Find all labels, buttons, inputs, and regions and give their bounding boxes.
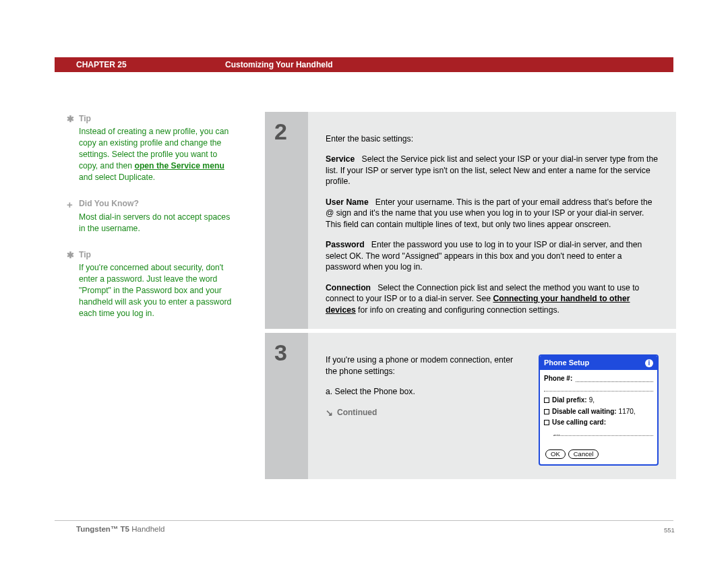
chapter-header: CHAPTER 25 Customizing Your Handheld	[55, 57, 673, 72]
username-para: User Name Enter your username. This is t…	[326, 197, 659, 230]
step-3-number: 3	[274, 340, 308, 366]
step-3-text: If you're using a phone or modem connect…	[326, 354, 526, 466]
phone-setup-title: Phone Setup	[544, 358, 589, 368]
phone-setup-buttons: OK Cancel	[545, 449, 653, 459]
tip-block-2: ✱ Tip If you're concerned about security…	[79, 249, 238, 319]
phone-number-row: Phone #:	[544, 374, 653, 383]
calling-card-input[interactable]: ....	[553, 429, 653, 436]
service-text: Select the Service pick list and select …	[326, 154, 658, 186]
calling-card-checkbox[interactable]	[544, 420, 549, 425]
dial-prefix-checkbox[interactable]	[544, 398, 549, 403]
disable-cw-row: Disable call waiting: 1170,	[544, 407, 653, 416]
dyk-label: Did You Know?	[79, 198, 238, 210]
dial-prefix-row: Dial prefix: 9,	[544, 396, 653, 405]
disable-cw-value: 1170,	[619, 407, 636, 416]
continued-arrow-icon: ↘	[326, 407, 333, 419]
footer-product: Tungsten™ T5 Handheld	[76, 525, 164, 533]
password-text: Enter the password you use to log in to …	[326, 240, 642, 272]
username-text: Enter your username. This is the part of…	[326, 197, 652, 229]
calling-card-label: Use calling card:	[552, 418, 606, 427]
service-label: Service	[326, 154, 355, 164]
phone-setup-titlebar: Phone Setup i	[540, 356, 657, 370]
asterisk-icon: ✱	[67, 113, 74, 125]
step-2-content: Enter the basic settings: Service Select…	[308, 112, 676, 329]
tip-label: Tip	[79, 113, 238, 125]
continued-text: Continued	[337, 407, 377, 418]
disable-cw-checkbox[interactable]	[544, 409, 549, 414]
connection-para: Connection Select the Connection pick li…	[326, 282, 659, 315]
sidebar-tips: ✱ Tip Instead of creating a new profile,…	[79, 113, 238, 334]
password-label: Password	[326, 240, 365, 249]
step-3-content: If you're using a phone or modem connect…	[308, 333, 676, 479]
tip-body-1: Instead of creating a new profile, you c…	[79, 127, 229, 182]
plus-icon: +	[67, 197, 73, 212]
chapter-title: Customizing Your Handheld	[225, 60, 333, 69]
step-3-num-cell: 3	[265, 333, 308, 479]
step-3-row: 3 If you're using a phone or modem conne…	[265, 333, 676, 479]
step-3-intro: If you're using a phone or modem connect…	[326, 354, 526, 377]
cancel-button[interactable]: Cancel	[568, 449, 599, 459]
step-3-a: a. Select the Phone box.	[326, 386, 526, 397]
dial-prefix-value: 9,	[589, 396, 595, 405]
info-icon[interactable]: i	[645, 359, 653, 367]
step-2-intro: Enter the basic settings:	[326, 133, 659, 144]
footer-divider	[55, 520, 673, 521]
phone-number-line2[interactable]	[544, 385, 653, 392]
password-para: Password Enter the password you use to l…	[326, 239, 659, 272]
step-2-number: 2	[274, 119, 308, 145]
phone-number-input[interactable]	[576, 375, 653, 382]
footer-product-name: Tungsten™ T5	[76, 525, 129, 533]
phone-setup-dialog: Phone Setup i Phone #: Dial prefix: 9,	[539, 354, 659, 466]
asterisk-icon: ✱	[67, 249, 74, 261]
page-number: 551	[664, 526, 675, 534]
username-label: User Name	[326, 197, 369, 207]
connection-text-b: for info on creating and configuring con…	[356, 305, 559, 315]
tip1-text-b: and select Duplicate.	[79, 173, 155, 182]
connection-label: Connection	[326, 283, 371, 292]
footer-product-suffix: Handheld	[129, 525, 164, 533]
disable-cw-label: Disable call waiting:	[552, 407, 617, 416]
main-steps: 2 Enter the basic settings: Service Sele…	[265, 112, 676, 483]
tip-block-1: ✱ Tip Instead of creating a new profile,…	[79, 113, 238, 183]
tip2-body: If you're concerned about security, don'…	[79, 263, 231, 318]
step-2-row: 2 Enter the basic settings: Service Sele…	[265, 112, 676, 329]
dial-prefix-label: Dial prefix:	[552, 396, 587, 405]
calling-card-row: Use calling card:	[544, 418, 653, 427]
dyk-body: Most dial-in servers do not accept space…	[79, 212, 230, 233]
open-service-menu-link[interactable]: open the Service menu	[134, 161, 224, 170]
dyk-block: + Did You Know? Most dial-in servers do …	[79, 198, 238, 234]
service-para: Service Select the Service pick list and…	[326, 154, 659, 187]
tip-label-2: Tip	[79, 249, 238, 261]
phone-setup-body: Phone #: Dial prefix: 9, Disable call wa…	[540, 370, 657, 464]
step-2-num-cell: 2	[265, 112, 308, 329]
continued-label: ↘ Continued	[326, 407, 377, 419]
chapter-label: CHAPTER 25	[76, 60, 127, 69]
phone-number-label: Phone #:	[544, 374, 572, 383]
ok-button[interactable]: OK	[545, 449, 566, 459]
